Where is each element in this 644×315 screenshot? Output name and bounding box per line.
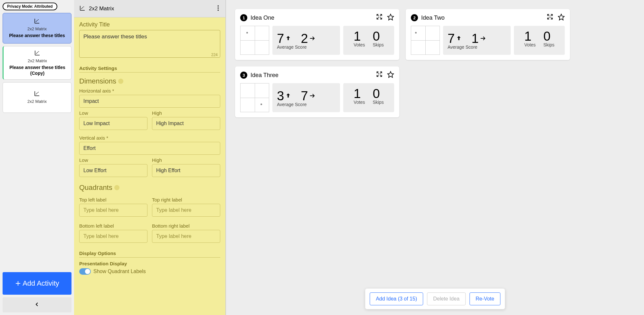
bottom-left-label: Bottom left label bbox=[79, 223, 147, 229]
plus-icon bbox=[15, 280, 21, 287]
score-vertical: 7 bbox=[277, 31, 292, 46]
settings-title: 2x2 Matrix bbox=[89, 5, 213, 12]
average-score-label: Average Score bbox=[448, 44, 506, 50]
svg-point-9 bbox=[37, 93, 38, 93]
idea-card: 3 Idea Three 3 7 Average Score 1 bbox=[235, 66, 399, 117]
svg-point-12 bbox=[81, 8, 82, 9]
h-high-input[interactable] bbox=[152, 117, 220, 130]
settings-body: Activity Title 224 Activity Settings Dim… bbox=[74, 17, 225, 315]
votes-label: Votes bbox=[524, 42, 535, 47]
quadrants-heading: Quadrants bbox=[79, 183, 220, 192]
activity-card-1[interactable]: 2x2 Matrix Please answer these titles bbox=[3, 13, 71, 44]
delete-idea-button[interactable]: Delete Idea bbox=[427, 292, 466, 305]
activity-title-label: Activity Title bbox=[79, 21, 220, 28]
skips-label: Skips bbox=[373, 100, 384, 105]
dimensions-heading: Dimensions bbox=[79, 77, 220, 85]
score-vertical: 3 bbox=[277, 89, 292, 103]
idea-card: 1 Idea One 7 2 Average Score 1 Vo bbox=[235, 9, 399, 60]
vertical-dots-icon bbox=[217, 5, 219, 11]
svg-point-10 bbox=[38, 92, 39, 93]
star-icon[interactable] bbox=[387, 71, 394, 79]
matrix-icon bbox=[79, 5, 86, 13]
bottom-right-input[interactable] bbox=[152, 230, 220, 243]
presentation-display-label: Presentation Display bbox=[79, 261, 220, 266]
low-label: Low bbox=[79, 157, 147, 163]
average-score-box: 7 2 Average Score bbox=[272, 26, 340, 55]
activity-sidebar: Privacy Mode: Attributed 2x2 Matrix Plea… bbox=[0, 0, 74, 315]
activity-card-3[interactable]: 2x2 Matrix bbox=[3, 82, 71, 113]
more-options-button[interactable] bbox=[216, 4, 220, 13]
bottom-right-label: Bottom right label bbox=[152, 223, 220, 229]
h-low-input[interactable] bbox=[79, 117, 147, 130]
activity-type: 2x2 Matrix bbox=[28, 58, 47, 63]
matrix-icon bbox=[34, 50, 41, 58]
help-icon[interactable] bbox=[114, 185, 119, 190]
activity-title-input[interactable] bbox=[79, 30, 220, 58]
svg-point-2 bbox=[38, 19, 39, 20]
votes-skips-box: 1 Votes 0 Skips bbox=[514, 26, 565, 55]
top-right-input[interactable] bbox=[152, 204, 220, 217]
add-activity-button[interactable]: Add Activity bbox=[3, 272, 71, 295]
vertical-axis-label: Vertical axis * bbox=[79, 135, 220, 141]
add-activity-label: Add Activity bbox=[23, 279, 59, 288]
svg-point-13 bbox=[82, 7, 83, 8]
vertical-axis-input[interactable] bbox=[79, 142, 220, 155]
skips-count: 0 bbox=[373, 29, 384, 44]
collapse-sidebar-button[interactable] bbox=[3, 297, 71, 312]
expand-icon[interactable] bbox=[376, 14, 383, 22]
svg-point-16 bbox=[218, 5, 219, 7]
star-icon[interactable] bbox=[558, 14, 565, 22]
idea-number: 3 bbox=[240, 72, 247, 79]
svg-point-3 bbox=[36, 21, 37, 21]
idea-number: 1 bbox=[240, 14, 247, 21]
votes-label: Votes bbox=[354, 100, 365, 105]
activity-title: Please answer these ti­tles (Copy) bbox=[5, 64, 69, 76]
idea-title: Idea One bbox=[251, 15, 373, 21]
activity-settings-label: Activity Settings bbox=[79, 65, 220, 73]
revote-button[interactable]: Re-Vote bbox=[469, 292, 500, 305]
svg-point-6 bbox=[38, 51, 39, 52]
svg-point-17 bbox=[218, 7, 219, 9]
horizontal-axis-input[interactable] bbox=[79, 95, 220, 108]
high-label: High bbox=[152, 110, 220, 116]
skips-count: 0 bbox=[543, 29, 554, 44]
average-score-label: Average Score bbox=[277, 44, 336, 50]
svg-point-7 bbox=[37, 53, 37, 53]
show-quadrant-labels-toggle[interactable] bbox=[79, 268, 91, 275]
help-icon[interactable] bbox=[118, 79, 123, 84]
skips-count: 0 bbox=[373, 86, 384, 101]
activity-type: 2x2 Matrix bbox=[27, 99, 47, 104]
bottom-left-input[interactable] bbox=[79, 230, 147, 243]
v-low-input[interactable] bbox=[79, 164, 147, 177]
score-vertical: 7 bbox=[448, 31, 462, 46]
svg-marker-21 bbox=[388, 72, 393, 77]
svg-point-18 bbox=[218, 10, 219, 11]
skips-label: Skips bbox=[373, 42, 384, 47]
chevron-left-icon bbox=[34, 302, 40, 307]
settings-header: 2x2 Matrix bbox=[74, 0, 225, 17]
ideas-grid: 1 Idea One 7 2 Average Score 1 Vo bbox=[235, 9, 635, 117]
char-count: 224 bbox=[211, 53, 218, 57]
star-icon[interactable] bbox=[387, 14, 394, 22]
top-left-input[interactable] bbox=[79, 204, 147, 217]
svg-point-0 bbox=[36, 21, 36, 22]
svg-point-4 bbox=[36, 53, 37, 54]
idea-number: 2 bbox=[411, 14, 418, 21]
idea-card: 2 Idea Two 7 1 Average Score 1 Vo bbox=[406, 9, 570, 60]
score-horizontal: 2 bbox=[301, 31, 316, 46]
svg-point-5 bbox=[37, 52, 38, 53]
skips-label: Skips bbox=[543, 42, 554, 47]
expand-icon[interactable] bbox=[547, 14, 553, 22]
svg-point-8 bbox=[36, 94, 36, 94]
add-idea-button[interactable]: Add Idea (3 of 15) bbox=[370, 292, 423, 305]
expand-icon[interactable] bbox=[376, 71, 383, 79]
activity-card-2[interactable]: 2x2 Matrix Please answer these ti­tles (… bbox=[3, 46, 71, 80]
votes-count: 1 bbox=[354, 86, 365, 101]
v-high-input[interactable] bbox=[152, 164, 220, 177]
activity-title: Please answer these titles bbox=[9, 33, 65, 38]
average-score-box: 3 7 Average Score bbox=[272, 83, 340, 112]
votes-label: Votes bbox=[354, 42, 365, 47]
high-label: High bbox=[152, 157, 220, 163]
top-left-label: Top left label bbox=[79, 197, 147, 202]
score-horizontal: 7 bbox=[301, 89, 316, 103]
